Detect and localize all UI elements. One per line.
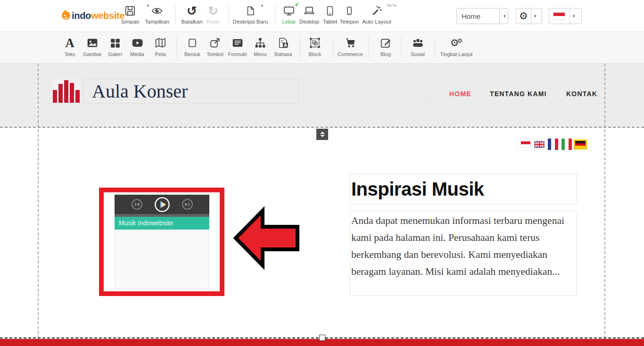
preview-button[interactable]: Tampilkan <box>142 4 172 25</box>
arrow-down-icon <box>320 135 325 137</box>
language-icon: A <box>277 37 289 49</box>
new-description-button[interactable]: ▾ Deskripsi Baru <box>229 4 272 25</box>
flag-italy-icon[interactable] <box>561 139 572 150</box>
language-caret[interactable]: ▾ <box>569 8 578 24</box>
page-selector-value[interactable]: Home <box>457 8 499 24</box>
new-file-icon <box>245 5 256 17</box>
redo-button[interactable]: ↻ Redo <box>203 4 223 25</box>
advanced-gears-icon: ⚙⚙ <box>450 37 462 49</box>
button-link-icon <box>209 37 221 49</box>
desktop-view-button[interactable]: Desktop <box>297 4 322 25</box>
phone-icon <box>344 5 355 17</box>
settings-button[interactable]: ⚙ <box>516 8 531 24</box>
width-view-button[interactable]: ✔ Lebar <box>279 4 299 25</box>
arrow-up-icon <box>320 132 325 134</box>
chevron-down-icon[interactable]: ▾ <box>261 3 263 8</box>
flag-indonesia-icon[interactable] <box>520 141 531 148</box>
section-divider-guide <box>0 127 644 128</box>
nav-item-kontak[interactable]: KONTAK <box>566 90 597 98</box>
monitor-icon <box>282 5 296 17</box>
auto-layout-label: Auto Layout <box>359 19 394 25</box>
palette-item-menu[interactable]: Menu <box>250 36 271 57</box>
palette-item-peta[interactable]: Peta <box>150 36 171 57</box>
gear-icon: ⚙ <box>519 11 528 21</box>
canvas-left-guide <box>38 64 39 338</box>
gallery-icon <box>109 37 121 49</box>
chevron-down-icon: ▾ <box>504 14 506 18</box>
nav-item-home[interactable]: HOME <box>449 90 471 98</box>
chevron-down-icon: ▾ <box>573 14 575 18</box>
media-play-icon <box>131 37 144 49</box>
divider <box>300 37 300 58</box>
palette-item-block[interactable]: Block <box>304 36 326 57</box>
section-resize-handle[interactable] <box>316 129 328 140</box>
palette-item-bahasa[interactable]: A Bahasa <box>271 36 296 57</box>
divider <box>176 37 177 58</box>
palette-item-galeri[interactable]: Galeri <box>104 36 126 57</box>
palette-item-media[interactable]: Media <box>126 36 149 57</box>
palette-item-formulir[interactable]: Formulir <box>224 36 251 57</box>
article-body-text: Anda dapat menemukan informasi terbaru m… <box>350 211 577 280</box>
settings-caret[interactable]: ▾ <box>531 8 539 24</box>
divider <box>369 37 369 58</box>
redo-icon: ↻ <box>208 5 218 17</box>
indonesia-flag-icon <box>553 12 565 20</box>
form-icon <box>231 37 244 49</box>
width-view-label: Lebar <box>279 19 299 25</box>
indowebsite-logo[interactable]: indowebsite <box>60 9 124 22</box>
sitemap-icon <box>254 37 266 49</box>
language-dropdown: ▾ <box>549 8 582 24</box>
nav-item-tentang-kami[interactable]: TENTANG KAMI <box>490 90 547 98</box>
cart-icon <box>344 37 357 49</box>
auto-layout-button[interactable]: BETA Auto Layout <box>359 4 394 25</box>
palette-item-tombol[interactable]: Tombol <box>204 36 226 57</box>
element-palette-toolbar: A Teks Gambar Galeri <box>0 32 644 64</box>
article-heading-element[interactable]: Inspirasi Musik <box>350 173 577 205</box>
article-body-element[interactable]: Anda dapat menemukan informasi terbaru m… <box>350 211 577 296</box>
footer-resize-handle[interactable] <box>319 335 325 341</box>
save-button[interactable]: ▾ Simpan <box>116 4 144 25</box>
site-title-element[interactable]: Aula Konser <box>83 79 299 104</box>
new-description-label: Deskripsi Baru <box>229 19 272 25</box>
flag-france-icon[interactable] <box>548 139 558 150</box>
website-builder-app: indowebsite ▾ Simpan <box>0 0 644 346</box>
palette-item-blog[interactable]: Blog <box>376 36 395 57</box>
red-arrow-annotation-icon <box>233 206 300 270</box>
palette-item-sosial[interactable]: Sosial <box>406 36 429 57</box>
phone-view-label: Telepon <box>337 19 362 25</box>
phone-view-button[interactable]: Telepon <box>337 4 362 25</box>
settings-dropdown: ⚙ ▾ <box>516 8 542 24</box>
magic-wand-icon <box>371 5 383 17</box>
page-selector-caret[interactable]: ▾ <box>499 8 510 24</box>
palette-item-gambar[interactable]: Gambar <box>79 36 106 57</box>
desktop-view-label: Desktop <box>297 19 322 25</box>
save-icon <box>124 5 136 17</box>
divider <box>435 37 435 58</box>
divider <box>401 37 402 58</box>
article-heading-text: Inspirasi Musik <box>350 174 577 204</box>
undo-label: Batalkan <box>178 19 206 25</box>
block-icon <box>309 37 321 49</box>
canvas-right-guide <box>604 64 605 338</box>
map-icon <box>154 37 167 49</box>
palette-item-tingkat-lanjut[interactable]: ⚙⚙ Tingkat Lanjut <box>437 36 476 57</box>
palette-item-commerce[interactable]: Commerce <box>335 36 365 57</box>
page-selector: Home ▾ <box>456 8 508 24</box>
language-button[interactable] <box>549 8 569 24</box>
divider <box>175 6 175 25</box>
users-icon <box>412 37 424 49</box>
undo-button[interactable]: ↺ Batalkan <box>178 4 206 25</box>
blog-edit-icon <box>380 37 392 49</box>
indowebsite-logo-icon <box>60 9 72 22</box>
chevron-down-icon: ▾ <box>534 14 537 18</box>
shape-icon <box>187 37 198 49</box>
laptop-icon <box>303 5 316 17</box>
redo-label: Redo <box>203 19 223 25</box>
site-logo-equalizer-icon[interactable] <box>52 79 80 104</box>
flag-uk-icon[interactable] <box>534 141 545 148</box>
preview-label: Tampilkan <box>142 19 172 25</box>
palette-item-bentuk[interactable]: Bentuk <box>181 36 204 57</box>
palette-item-teks[interactable]: A Teks <box>59 36 80 57</box>
flag-germany-icon[interactable] <box>575 141 586 148</box>
empty-text-element[interactable] <box>302 79 429 104</box>
